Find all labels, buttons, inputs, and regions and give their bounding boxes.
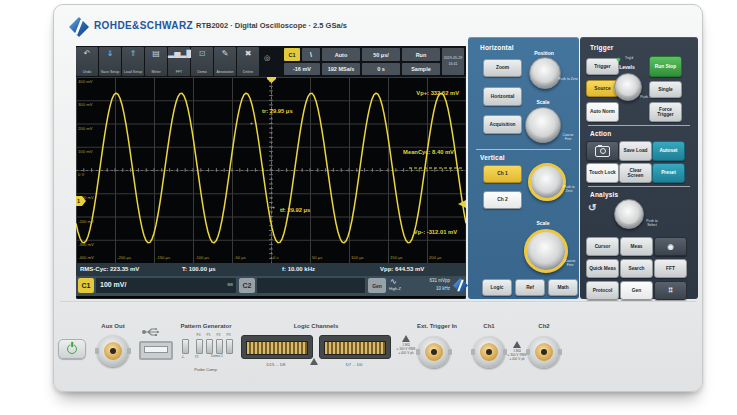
toolbar-save-setup-button[interactable]: ⇓Save Setup	[99, 47, 121, 76]
gen-amplitude: 631 mVpp	[429, 278, 450, 283]
toolbar-button-label: Annotation	[214, 70, 236, 74]
autoset-button[interactable]: Autoset	[652, 141, 685, 161]
toolbar-button-label: Undo	[76, 70, 98, 74]
channel1-button[interactable]: Ch 1	[483, 165, 522, 183]
bandwidth-limit-indicator: BW	[228, 283, 233, 287]
toolbar-demo-button[interactable]: ⊡Demo	[191, 47, 213, 76]
waveform-plot	[76, 77, 466, 263]
pattern-pin-p1	[206, 339, 213, 354]
run-stop-button[interactable]: Run Stop	[649, 56, 682, 77]
trigger-slope-icon[interactable]: \	[302, 48, 320, 61]
vertical-position-knob[interactable]	[528, 163, 566, 201]
toolbar-button-label: FFT	[168, 70, 190, 74]
logic-connector-d7-d0	[319, 335, 391, 359]
x-axis-tick-label: -200 μs	[117, 255, 131, 260]
toolbar-fft-button[interactable]: ▂▅▂▇FFT	[168, 47, 190, 76]
load-setup-icon: ⇑	[122, 49, 144, 58]
save-load-button[interactable]: Save Load	[619, 141, 652, 161]
math-button[interactable]: Math	[548, 279, 578, 296]
force-trigger-button[interactable]: Force Trigger	[649, 102, 682, 122]
gen-button[interactable]: Gen	[620, 281, 653, 300]
acquisition-state[interactable]: Run	[402, 48, 440, 61]
pattern-pin-p0	[196, 339, 203, 354]
annotation-rise-time: tr: 29.95 μs	[262, 108, 293, 114]
result-period: T: 100.00 μs	[182, 266, 216, 272]
meas-button[interactable]: Meas	[620, 237, 653, 256]
preset-button[interactable]: Preset	[652, 163, 685, 183]
v-scale-hint: Coarse Fine	[562, 259, 578, 268]
pulse-mark: ⊓	[195, 354, 199, 359]
navigation-knob[interactable]	[614, 199, 644, 229]
protocol-button[interactable]: Protocol	[586, 281, 619, 300]
intensity-button[interactable]: ◉	[654, 237, 687, 256]
channel2-badge[interactable]: C2	[239, 278, 255, 293]
toolbar-load-setup-button[interactable]: ⇑Load Setup	[122, 47, 144, 76]
trigger-mode[interactable]: Auto	[322, 48, 360, 61]
trigger-source-badge[interactable]: C1	[284, 48, 300, 61]
section-horizontal: Horizontal	[480, 44, 514, 51]
trigger-button[interactable]: Trigger	[586, 58, 619, 75]
h-scale-hint: Coarse Fine	[559, 133, 577, 142]
brand-name: ROHDE&SCHWARZ	[94, 20, 193, 31]
power-button[interactable]	[58, 339, 86, 359]
toolbar-undo-button[interactable]: ↶Undo	[76, 47, 98, 76]
horizontal-position-knob[interactable]	[529, 57, 561, 89]
cursor-button[interactable]: Cursor	[586, 237, 619, 256]
horizontal-scale-knob[interactable]	[525, 107, 561, 143]
max-input-warning: 1 MΩ≤ 300 V RMS≤ 400 V pk	[506, 341, 528, 362]
pin-label: P0	[194, 333, 203, 337]
apps-keypad-button[interactable]: ⠿	[654, 281, 687, 300]
navigation-arrow-icon: ↺	[588, 202, 596, 213]
datetime-display: 2019-05-2916:41	[442, 48, 464, 75]
zoom-button[interactable]: Zoom	[483, 59, 522, 77]
x-axis-tick-label: -100 μs	[195, 255, 209, 260]
v-position-hint: Push to Zero	[560, 185, 578, 194]
toolbar-delete-button[interactable]: ✖Delete	[237, 47, 259, 76]
d7-d0-label: D7 ... D0	[346, 362, 363, 367]
single-button[interactable]: Single	[649, 81, 682, 98]
clear-screen-button[interactable]: Clear Screen	[619, 163, 652, 183]
search-button[interactable]: Search	[620, 259, 653, 278]
annotation-icon: ✎	[214, 49, 236, 58]
h-position-hint: Push to Zero	[558, 77, 578, 81]
navigation-knob-hint: Push to Select	[643, 219, 661, 228]
channel1-badge[interactable]: C1	[78, 278, 94, 293]
result-vpp: Vpp: 644.53 mV	[380, 266, 424, 272]
touch-lock-button[interactable]: Touch Lock	[586, 163, 619, 183]
logic-button[interactable]: Logic	[482, 279, 512, 296]
toolbar-annotation-button[interactable]: ✎Annotation	[214, 47, 236, 76]
warning-icon	[310, 358, 318, 365]
timebase[interactable]: 50 μs/	[362, 48, 400, 61]
quick-meas-button[interactable]: Quick Meas	[586, 259, 619, 278]
channel1-scale-cell[interactable]: 100 mV/ BW	[96, 278, 236, 293]
ref-button[interactable]: Ref	[515, 279, 545, 296]
trigger-level-value[interactable]: -16 mV	[284, 63, 320, 75]
acquisition-button[interactable]: Acquisition	[483, 115, 522, 134]
trigd-led	[617, 58, 620, 61]
horizontal-position[interactable]: 0 s	[362, 63, 400, 75]
pattern-pin-p2	[216, 339, 223, 354]
toolbar-button-label: Load Setup	[122, 70, 144, 74]
d15-d8-label: D15 ... D8	[267, 362, 286, 367]
display-screen: ↶Undo⇓Save Setup⇑Load Setup▤Meter▂▅▂▇FFT…	[76, 46, 466, 299]
sample-rate[interactable]: 192 MSa/s	[322, 63, 360, 75]
toolbar-button-label: Save Setup	[99, 70, 121, 74]
pattern-generator-pins: P0P1P2P3⊥⊓Demo 1	[180, 333, 238, 365]
fft-icon: ▂▅▂▇	[168, 49, 190, 58]
max-input-warning: 1 MΩ≤ 300 V RMS≤ 400 V pk	[395, 335, 417, 356]
channel2-scale-cell[interactable]	[257, 278, 365, 293]
auto-norm-button[interactable]: Auto Norm	[586, 102, 619, 122]
result-rms-cyc: RMS-Cyc: 223.35 mV	[80, 266, 139, 272]
screenshot-button[interactable]	[586, 141, 619, 161]
horizontal-button[interactable]: Horizontal	[483, 87, 522, 106]
toolbar-meter-button[interactable]: ▤Meter	[145, 47, 167, 76]
gen-badge[interactable]: Gen	[368, 278, 386, 293]
pin-label: P3	[224, 333, 233, 337]
fft-button[interactable]: FFT	[654, 259, 687, 278]
acquisition-mode[interactable]: Sample	[402, 63, 440, 75]
aux-out-label: Aux Out	[101, 323, 124, 329]
channel2-button[interactable]: Ch 2	[483, 191, 522, 209]
result-frequency: f: 10.00 kHz	[282, 266, 315, 272]
trigger-level-knob[interactable]	[614, 73, 642, 101]
section-vertical: Vertical	[480, 154, 505, 161]
